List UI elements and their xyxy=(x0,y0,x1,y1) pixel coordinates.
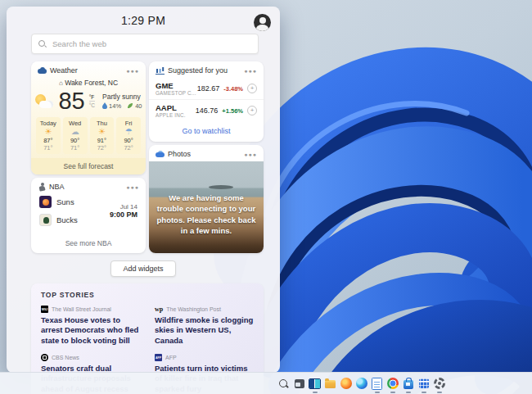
nba-header: NBA ●●● xyxy=(31,178,146,194)
taskbar-media-player-button[interactable] xyxy=(307,373,322,394)
weather-current: 85 °F °C Partly sunny 14% xyxy=(31,89,146,113)
stock-row[interactable]: GME GAMESTOP C... 182.67 -3.48% + xyxy=(149,78,264,99)
photos-menu-icon[interactable]: ●●● xyxy=(244,152,257,157)
story-source: CBS News xyxy=(52,355,79,360)
user-avatar-icon[interactable] xyxy=(254,14,271,31)
go-to-watchlist-link[interactable]: Go to watchlist xyxy=(149,121,264,142)
stocks-widget[interactable]: Suggested for you ●●● GME GAMESTOP C... … xyxy=(149,61,264,142)
stock-change: +1.56% xyxy=(222,107,243,115)
nba-menu-icon[interactable]: ●●● xyxy=(126,184,139,190)
photos-icon xyxy=(156,151,165,158)
news-story[interactable]: wp The Washington Post Wildfire smoke is… xyxy=(155,306,254,346)
weather-title: Weather xyxy=(50,66,78,75)
basketball-player-icon xyxy=(38,183,46,191)
taskbar-icons xyxy=(276,373,447,394)
partly-sunny-icon xyxy=(34,94,54,109)
taskbar-calendar-button[interactable] xyxy=(416,373,431,394)
unit-fahrenheit[interactable]: °F xyxy=(89,94,95,100)
widget-column-left: Weather ●●● ⌂ Wake Forest, NC 85 °F °C P… xyxy=(31,61,146,253)
edge-icon xyxy=(356,378,367,389)
temperature-unit-toggle[interactable]: °F °C xyxy=(89,94,95,108)
add-to-watchlist-button[interactable]: + xyxy=(247,84,257,93)
photos-error-message: We are having some trouble connecting to… xyxy=(149,192,264,236)
story-source: AFP xyxy=(165,355,177,360)
forecast-day[interactable]: Fri ☂ 90° 72° xyxy=(116,117,141,154)
afp-logo-icon: AFP xyxy=(155,354,162,361)
taskbar-settings-button[interactable] xyxy=(431,373,447,394)
wsj-logo-icon: WSJ xyxy=(41,306,48,313)
weather-temperature: 85 xyxy=(58,89,84,113)
story-headline[interactable]: Wildfire smoke is clogging skies in West… xyxy=(155,315,254,346)
nba-game[interactable]: Suns Bucks Jul 14 9:00 PM xyxy=(31,194,146,226)
see-more-nba-link[interactable]: See more NBA xyxy=(31,233,146,253)
taskbar xyxy=(0,372,532,394)
forecast-day[interactable]: Today ☀ 87° 71° xyxy=(36,117,61,154)
stock-company: GAMESTOP C... xyxy=(156,90,197,96)
droplet-icon xyxy=(102,102,107,109)
weather-menu-icon[interactable]: ●●● xyxy=(126,68,139,74)
beach-photo: We are having some trouble connecting to… xyxy=(149,161,264,253)
leaf-icon xyxy=(127,102,133,109)
firefox-icon xyxy=(340,378,352,389)
taskbar-search-button[interactable] xyxy=(276,373,291,394)
stock-chart-icon xyxy=(156,66,165,75)
sun-icon: ☀ xyxy=(36,127,61,137)
taskbar-firefox-button[interactable] xyxy=(338,373,354,394)
story-source: The Wall Street Journal xyxy=(52,306,111,312)
top-stories-header: TOP STORIES xyxy=(41,291,254,299)
taskbar-edge-button[interactable] xyxy=(354,373,369,394)
news-story[interactable]: WSJ The Wall Street Journal Texas House … xyxy=(41,306,140,346)
stock-price: 146.76 xyxy=(196,106,219,115)
suns-logo-icon xyxy=(39,196,52,208)
photos-widget[interactable]: Photos ●●● We are having some trouble co… xyxy=(149,145,264,253)
nba-team-row: Bucks xyxy=(39,214,78,226)
calendar-icon xyxy=(419,378,429,388)
taskbar-chrome-button[interactable] xyxy=(385,373,400,394)
game-date: Jul 14 xyxy=(110,203,138,211)
weather-location: ⌂ Wake Forest, NC xyxy=(31,79,146,87)
add-to-watchlist-button[interactable]: + xyxy=(247,106,257,115)
stocks-header: Suggested for you ●●● xyxy=(149,61,264,78)
rain-icon: ☂ xyxy=(116,127,141,137)
weather-widget[interactable]: Weather ●●● ⌂ Wake Forest, NC 85 °F °C P… xyxy=(31,61,146,174)
story-source: The Washington Post xyxy=(166,306,221,312)
widget-column-right: Suggested for you ●●● GME GAMESTOP C... … xyxy=(149,61,264,253)
weather-forecast: Today ☀ 87° 71° Wed ☁ 90° 71° Thu ☀ xyxy=(31,113,146,154)
nba-game-time: Jul 14 9:00 PM xyxy=(110,203,138,219)
media-player-icon xyxy=(309,378,321,389)
forecast-day[interactable]: Thu ☀ 91° 72° xyxy=(90,117,115,154)
weather-condition-block: Partly sunny 14% 40 xyxy=(102,93,142,110)
search-icon xyxy=(278,378,289,389)
cbs-news-logo-icon xyxy=(41,354,48,361)
stock-row[interactable]: AAPL APPLE INC. 146.76 +1.56% + xyxy=(149,99,264,121)
taskbar-task-view-button[interactable] xyxy=(291,373,307,394)
panel-clock: 1:29 PM xyxy=(7,7,280,27)
add-widgets-button[interactable]: Add widgets xyxy=(110,260,175,277)
settings-gear-icon xyxy=(434,378,445,389)
nba-teams: Suns Bucks xyxy=(39,196,78,226)
widgets-panel: 1:29 PM Weather ●●● ⌂ Wake Forest, NC xyxy=(7,7,280,373)
washington-post-logo-icon: wp xyxy=(155,306,163,313)
search-input[interactable] xyxy=(51,38,251,49)
search-icon xyxy=(38,40,47,48)
stock-symbol: GME xyxy=(156,81,197,90)
cloud-icon: ☁ xyxy=(63,127,88,137)
weather-location-text: Wake Forest, NC xyxy=(65,79,118,87)
taskbar-notes-button[interactable] xyxy=(369,373,385,394)
stocks-menu-icon[interactable]: ●●● xyxy=(244,68,257,74)
see-full-forecast-link[interactable]: See full forecast xyxy=(31,158,146,174)
taskbar-store-button[interactable] xyxy=(400,373,416,394)
file-explorer-icon xyxy=(325,380,336,388)
story-source-row: AFP AFP xyxy=(155,354,254,361)
nba-title: NBA xyxy=(49,183,65,191)
stock-identity: AAPL APPLE INC. xyxy=(156,103,196,118)
taskbar-file-explorer-button[interactable] xyxy=(322,373,338,394)
unit-celsius[interactable]: °C xyxy=(89,101,95,108)
nba-widget[interactable]: NBA ●●● Suns Bucks xyxy=(31,178,146,253)
story-source-row: WSJ The Wall Street Journal xyxy=(41,306,140,313)
story-headline[interactable]: Texas House votes to arrest Democrats wh… xyxy=(41,315,140,346)
forecast-day[interactable]: Wed ☁ 90° 71° xyxy=(63,117,88,154)
web-search-bar[interactable] xyxy=(31,34,259,54)
stock-price: 182.67 xyxy=(197,84,220,93)
team-name: Suns xyxy=(56,197,74,206)
